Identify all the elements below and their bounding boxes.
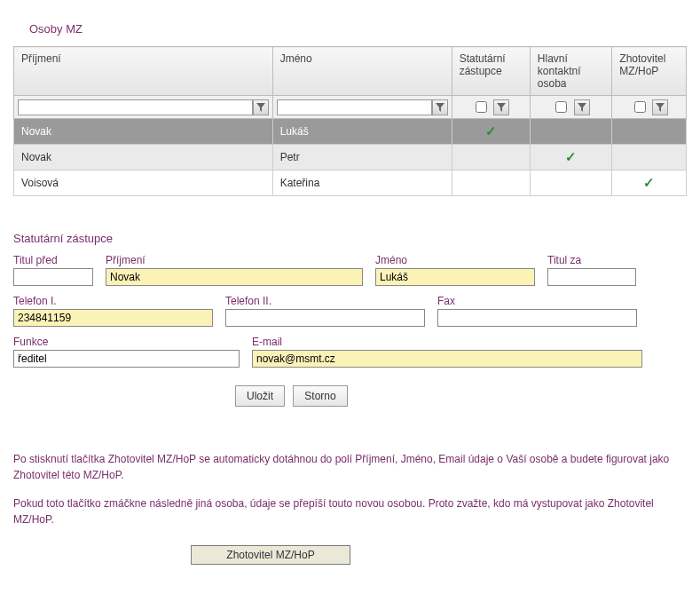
input-title-after[interactable]	[547, 268, 636, 286]
label-phone1: Telefon I.	[13, 295, 213, 307]
filter-icon[interactable]	[652, 99, 668, 115]
input-phone2[interactable]	[225, 309, 425, 327]
label-role: Funkce	[13, 336, 240, 348]
persons-table: Příjmení Jméno Statutární zástupce Hlavn…	[13, 46, 687, 196]
input-role[interactable]	[13, 350, 240, 368]
col-firstname[interactable]: Jméno	[272, 47, 452, 96]
table-row[interactable]: NovakPetr✓	[14, 145, 687, 170]
table-cell	[530, 119, 612, 145]
table-cell	[530, 170, 612, 196]
filter-surname-input[interactable]	[18, 99, 253, 115]
filter-icon[interactable]	[493, 99, 509, 115]
save-button[interactable]: Uložit	[235, 385, 285, 407]
input-surname[interactable]	[106, 268, 363, 286]
checkmark-icon: ✓	[565, 149, 577, 164]
cancel-button[interactable]: Storno	[293, 385, 347, 407]
checkmark-icon: ✓	[643, 175, 655, 190]
label-surname: Příjmení	[106, 254, 363, 266]
input-firstname[interactable]	[375, 268, 535, 286]
table-row[interactable]: NovakLukáš✓	[14, 119, 687, 145]
info-paragraph-1: Po stisknutí tlačítka Zhotovitel MZ/HoP …	[13, 451, 687, 483]
label-phone2: Telefon II.	[225, 295, 425, 307]
filter-icon[interactable]	[432, 99, 448, 115]
table-cell: ✓	[612, 170, 687, 196]
table-cell	[612, 145, 687, 170]
input-email[interactable]	[252, 350, 642, 368]
table-cell	[452, 145, 530, 170]
col-zhotovitel[interactable]: Zhotovitel MZ/HoP	[612, 47, 687, 96]
label-title-before: Titul před	[13, 254, 93, 266]
filter-zhotovitel-checkbox[interactable]	[634, 101, 646, 113]
label-email: E-mail	[252, 336, 642, 348]
label-fax: Fax	[437, 295, 637, 307]
input-title-before[interactable]	[13, 268, 93, 286]
filter-statutory-checkbox[interactable]	[476, 101, 487, 113]
filter-icon[interactable]	[574, 99, 590, 115]
info-text: Po stisknutí tlačítka Zhotovitel MZ/HoP …	[13, 451, 687, 527]
section-title: Osoby MZ	[29, 22, 687, 36]
filter-icon[interactable]	[253, 99, 269, 115]
table-cell: Voisová	[14, 170, 273, 196]
table-cell: Kateřina	[272, 170, 452, 196]
form-heading: Statutární zástupce	[13, 232, 687, 245]
table-row[interactable]: VoisováKateřina✓	[14, 170, 687, 196]
filter-contact-checkbox[interactable]	[555, 101, 567, 113]
table-cell: ✓	[530, 145, 612, 170]
table-cell	[612, 119, 687, 145]
checkmark-icon: ✓	[485, 123, 497, 139]
input-fax[interactable]	[437, 309, 637, 327]
label-firstname: Jméno	[375, 254, 535, 266]
form-section: Statutární zástupce Titul před Příjmení …	[13, 232, 687, 407]
table-cell: ✓	[452, 119, 530, 145]
table-cell: Lukáš	[272, 119, 452, 145]
table-cell: Novak	[14, 119, 273, 145]
table-cell	[452, 170, 530, 196]
table-cell: Novak	[14, 145, 273, 170]
col-contact[interactable]: Hlavní kontaktní osoba	[530, 47, 612, 96]
col-statutory[interactable]: Statutární zástupce	[452, 47, 530, 96]
filter-firstname-input[interactable]	[277, 99, 432, 115]
table-cell: Petr	[272, 145, 452, 170]
input-phone1[interactable]	[13, 309, 213, 327]
zhotovitel-button[interactable]: Zhotovitel MZ/HoP	[191, 545, 350, 565]
info-paragraph-2: Pokud toto tlačítko zmáčkne následně jin…	[13, 495, 687, 527]
col-surname[interactable]: Příjmení	[14, 47, 273, 96]
label-title-after: Titul za	[547, 254, 636, 266]
